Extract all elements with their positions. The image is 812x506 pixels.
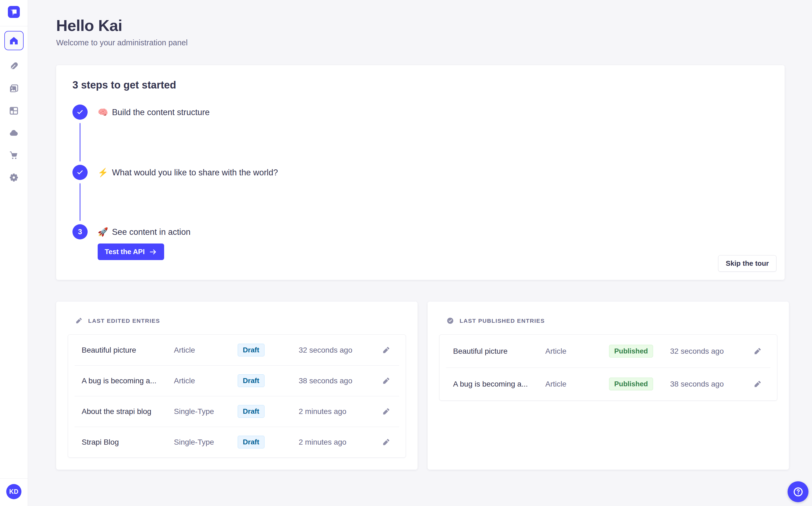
skip-tour-button[interactable]: Skip the tour: [718, 255, 777, 272]
table-row: Beautiful picture Article Published 32 s…: [439, 335, 777, 367]
sidebar-bottom-divider: [0, 478, 28, 479]
strapi-logo-icon: [8, 6, 20, 18]
test-api-button[interactable]: Test the API: [98, 244, 164, 260]
table-row: About the strapi blog Single-Type Draft …: [68, 396, 406, 427]
entry-time: 32 seconds ago: [299, 346, 380, 354]
status-badge: Draft: [238, 405, 265, 418]
sidebar-item-marketplace[interactable]: [8, 149, 20, 162]
sidebar: KD: [0, 0, 28, 506]
entry-type: Article: [545, 347, 609, 356]
step-2-status: [73, 165, 88, 180]
entry-time: 32 seconds ago: [670, 347, 751, 356]
step-3-number: 3: [78, 228, 82, 236]
table-row: A bug is becoming a... Article Draft 38 …: [68, 365, 406, 396]
table-row: Strapi Blog Single-Type Draft 2 minutes …: [68, 427, 406, 457]
rocket-emoji-icon: 🚀: [98, 227, 108, 237]
step-row-3: 3 🚀See content in action: [73, 224, 768, 239]
entry-type: Article: [174, 376, 238, 385]
pencil-icon: [753, 380, 762, 388]
help-button[interactable]: [788, 481, 808, 502]
status-badge: Draft: [238, 344, 265, 356]
media-library-icon: [9, 84, 19, 93]
edit-entry-button[interactable]: [751, 378, 764, 390]
entry-type: Article: [545, 380, 609, 389]
last-edited-table: Beautiful picture Article Draft 32 secon…: [68, 334, 406, 458]
table-row: A bug is becoming a... Article Published…: [439, 367, 777, 400]
sidebar-item-home[interactable]: [4, 31, 24, 50]
last-published-header: LAST PUBLISHED ENTRIES: [439, 302, 777, 324]
edit-entry-button[interactable]: [380, 344, 392, 356]
last-published-title: LAST PUBLISHED ENTRIES: [460, 318, 545, 324]
sidebar-item-content-manager[interactable]: [8, 60, 20, 73]
step-3-status: 3: [73, 224, 88, 239]
avatar[interactable]: KD: [6, 484, 21, 499]
pencil-icon: [753, 347, 762, 355]
entry-name: Beautiful picture: [82, 346, 174, 354]
table-row: Beautiful picture Article Draft 32 secon…: [68, 335, 406, 365]
status-badge: Draft: [238, 374, 265, 387]
lightning-emoji-icon: ⚡: [98, 168, 108, 177]
sidebar-item-settings[interactable]: [8, 171, 20, 184]
sidebar-divider: [0, 26, 28, 26]
edit-entry-button[interactable]: [751, 345, 764, 357]
entry-name: About the strapi blog: [82, 407, 174, 416]
entry-type: Article: [174, 346, 238, 354]
entry-name: Strapi Blog: [82, 438, 174, 446]
entry-name: A bug is becoming a...: [82, 376, 174, 385]
cloud-icon: [9, 128, 19, 138]
main-content: Hello Kai Welcome to your administration…: [28, 16, 812, 470]
last-edited-panel: LAST EDITED ENTRIES Beautiful picture Ar…: [56, 302, 417, 470]
sidebar-item-media-library[interactable]: [8, 82, 20, 95]
last-edited-header: LAST EDITED ENTRIES: [68, 302, 406, 324]
last-published-table: Beautiful picture Article Published 32 s…: [439, 334, 777, 401]
entry-time: 2 minutes ago: [299, 438, 380, 446]
step-row-1: 🧠Build the content structure: [73, 104, 768, 120]
sidebar-item-cloud[interactable]: [8, 127, 20, 139]
entry-name: A bug is becoming a...: [453, 380, 545, 389]
status-badge: Draft: [238, 436, 265, 448]
pencil-icon: [75, 317, 83, 324]
entry-time: 38 seconds ago: [299, 376, 380, 385]
last-published-panel: LAST PUBLISHED ENTRIES Beautiful picture…: [427, 302, 789, 470]
step-1-text: Build the content structure: [112, 107, 210, 117]
entry-time: 2 minutes ago: [299, 407, 380, 416]
entry-type: Single-Type: [174, 407, 238, 416]
layout-icon: [9, 106, 19, 116]
step-connector: [80, 123, 81, 162]
check-icon: [76, 169, 84, 176]
step-2-label: ⚡What would you like to share with the w…: [98, 167, 278, 177]
step-1-status: [73, 104, 88, 120]
step-3-label: 🚀See content in action: [98, 227, 190, 237]
entry-name: Beautiful picture: [453, 347, 545, 356]
sidebar-item-content-type-builder[interactable]: [8, 104, 20, 117]
pencil-icon: [382, 438, 390, 446]
cart-icon: [9, 150, 19, 160]
test-api-label: Test the API: [105, 248, 144, 256]
step-connector: [80, 183, 81, 221]
step-2-text: What would you like to share with the wo…: [112, 168, 278, 177]
page-subtitle: Welcome to your administration panel: [56, 38, 785, 47]
edit-entry-button[interactable]: [380, 436, 392, 448]
step-3-text: See content in action: [112, 227, 191, 237]
pencil-icon: [382, 346, 390, 354]
cta-row: Test the API: [98, 244, 768, 260]
onboarding-title: 3 steps to get started: [73, 79, 768, 91]
home-icon: [9, 36, 19, 46]
onboarding-steps: 🧠Build the content structure ⚡What would…: [73, 104, 768, 260]
check-circle-icon: [446, 317, 454, 324]
brain-emoji-icon: 🧠: [98, 107, 108, 117]
last-edited-title: LAST EDITED ENTRIES: [88, 318, 160, 324]
status-badge: Published: [609, 345, 653, 357]
entries-panels: LAST EDITED ENTRIES Beautiful picture Ar…: [56, 302, 785, 470]
strapi-logo: [8, 6, 20, 18]
entry-type: Single-Type: [174, 438, 238, 446]
step-1-label: 🧠Build the content structure: [98, 107, 210, 117]
question-circle-icon: [793, 487, 804, 497]
pencil-icon: [382, 408, 390, 416]
edit-entry-button[interactable]: [380, 406, 392, 418]
edit-entry-button[interactable]: [380, 375, 392, 387]
pencil-icon: [382, 377, 390, 385]
check-icon: [76, 108, 84, 116]
onboarding-card: 3 steps to get started 🧠Build the conten…: [56, 65, 785, 280]
status-badge: Published: [609, 377, 653, 390]
